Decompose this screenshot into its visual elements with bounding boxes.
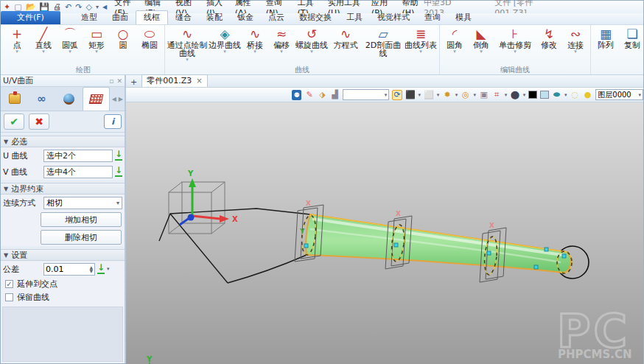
regen-icon[interactable]: ◇ — [86, 3, 92, 11]
v-curve-field[interactable]: 选中4个 — [43, 166, 113, 178]
new-tab-icon[interactable]: + — [130, 77, 137, 87]
tab-tools[interactable]: 工具 — [339, 11, 370, 24]
new-file-icon[interactable]: ▢ — [14, 3, 21, 11]
arc-button[interactable]: ⌒圆弧 — [57, 26, 83, 55]
bridge-button[interactable]: ∿桥接 — [242, 26, 268, 55]
dock-icon[interactable]: ▫ — [109, 77, 113, 85]
tab-dataexchange[interactable]: 数据交换 — [292, 11, 339, 24]
export-view-icon[interactable]: ⬗ — [318, 90, 327, 100]
save-icon[interactable]: 💾 — [39, 3, 49, 11]
tab-pointcloud[interactable]: 点云 — [261, 11, 292, 24]
bookmark-icon[interactable]: ⌗ — [491, 90, 501, 100]
collapse-triangle-icon[interactable]: ▼ — [4, 252, 8, 259]
collapse-triangle-icon[interactable]: ▼ — [4, 139, 8, 145]
tab-scroll-left-icon[interactable]: ◀ — [112, 96, 116, 102]
modify-button[interactable]: ↯修改 — [536, 26, 562, 49]
open-file-icon[interactable]: 📂 — [26, 3, 36, 11]
undo-icon[interactable]: ↶ — [65, 3, 71, 11]
u-curve-pick-icon[interactable]: ↓ — [115, 150, 122, 161]
point-button[interactable]: +点 — [4, 26, 30, 55]
tolerance-pick-icon[interactable]: ↓ — [97, 264, 105, 274]
tab-inquire[interactable]: 查询 — [417, 11, 448, 24]
face-color-swatch[interactable] — [540, 91, 549, 99]
spiral-curve-button[interactable]: ↺螺旋曲线 — [295, 26, 329, 55]
file-menu-button[interactable]: 文件(F) — [1, 11, 60, 24]
layer-combo[interactable]: 图层0000▾ — [595, 89, 643, 100]
shaded-view-icon[interactable]: ⬛ — [405, 90, 416, 100]
extend-checkbox[interactable]: ✓ — [5, 280, 13, 288]
chevron-down-icon[interactable]: ▾ — [455, 92, 458, 98]
info-button[interactable]: i — [104, 114, 122, 129]
zoom-all-icon[interactable]: ◎ — [461, 90, 470, 100]
panel-empty-area — [2, 307, 123, 362]
tab-render[interactable] — [55, 87, 83, 111]
copy-button[interactable]: ❏复制 — [619, 26, 644, 49]
circle-button[interactable]: ○圆 — [110, 26, 136, 49]
view-orientation-icon[interactable]: ✹ — [442, 90, 452, 100]
tab-close-icon[interactable]: × — [196, 77, 202, 85]
line-button[interactable]: ╱直线 — [30, 26, 57, 55]
print-icon[interactable]: 🖨 — [53, 3, 61, 11]
tab-visualstyle[interactable]: 视觉样式 — [370, 11, 417, 24]
viewport-canvas[interactable]: PC PHPCMS.CN — [126, 102, 643, 363]
document-tab[interactable]: 零件001.Z3 × — [141, 74, 207, 87]
tab-mold[interactable]: 模具 — [448, 11, 479, 24]
background-icon[interactable]: ⬤ — [510, 90, 519, 100]
wireframe-view-icon[interactable]: ⬜ — [424, 90, 434, 100]
2d-section-curve-button[interactable]: ▱2D剖面曲线 — [363, 26, 404, 57]
equation-button[interactable]: ∿方程式 — [329, 26, 363, 49]
tab-history[interactable] — [1, 87, 28, 111]
curve-list-button[interactable]: ≣曲线列表 — [404, 26, 438, 55]
cancel-button[interactable]: ✖ — [29, 113, 49, 130]
tab-scroll-right-icon[interactable]: ▶ — [119, 96, 123, 102]
offset-button[interactable]: ≈偏移 — [268, 26, 295, 55]
chevron-down-icon[interactable]: ▾ — [523, 92, 526, 98]
tolerance-spinner[interactable]: 0.01▲▼ — [43, 263, 95, 276]
u-curve-field[interactable]: 选中2个 — [43, 150, 113, 162]
show-entity-icon[interactable]: ⚉ — [292, 90, 301, 100]
panel-close-icon[interactable]: ✕ — [116, 77, 122, 85]
tab-sew[interactable]: 缝合 — [168, 11, 199, 24]
curve-through-points-button[interactable]: ∿通过点绘制曲线 — [167, 26, 208, 63]
chevron-down-icon[interactable]: ▾ — [564, 92, 567, 98]
tab-surface[interactable]: 曲面 — [105, 11, 136, 24]
collapse-icon[interactable]: ◀ — [102, 3, 107, 11]
add-tangent-button[interactable]: 增加相切 — [41, 212, 122, 227]
chevron-down-icon[interactable]: ▾ — [419, 92, 421, 98]
erase-icon[interactable]: ✎ — [304, 90, 314, 100]
tab-wireframe[interactable]: 线框 — [136, 10, 168, 24]
pattern-button[interactable]: ▦阵列 — [592, 26, 619, 49]
ok-button[interactable]: ✔ — [4, 113, 24, 130]
window-zoom-icon[interactable]: ▣ — [479, 90, 489, 100]
chevron-down-icon[interactable]: ▾ — [505, 92, 508, 98]
ellipse-button[interactable]: ⬭椭圆 — [136, 26, 163, 49]
tab-shape[interactable]: 造型 — [74, 11, 105, 24]
lightbulb-icon[interactable]: ◌ — [570, 90, 580, 100]
edge-color-swatch[interactable] — [528, 91, 537, 99]
chevron-down-icon: ▾ — [638, 92, 641, 98]
rectangle-button[interactable]: ▭矩形 — [83, 26, 110, 55]
view-combo[interactable]: ▾ — [343, 89, 389, 100]
v-curve-pick-icon[interactable]: ↓ — [115, 167, 122, 177]
redo-icon[interactable]: ↷ — [75, 3, 82, 11]
tolerance-dropdown-icon[interactable]: ▾ — [107, 266, 110, 272]
tab-assembly[interactable]: 装配 — [199, 11, 230, 24]
chevron-down-icon[interactable]: ▾ — [437, 92, 440, 98]
connect-button[interactable]: ∾连接 — [562, 26, 589, 55]
fillet-button[interactable]: ◜圆角 — [441, 26, 468, 55]
qat-dropdown-icon[interactable]: ▾ — [96, 3, 99, 11]
tab-sheetmetal[interactable]: 钣金 — [230, 11, 261, 24]
collapse-triangle-icon[interactable]: ▼ — [4, 186, 8, 192]
chevron-down-icon[interactable]: ▾ — [474, 92, 477, 98]
continuity-combo[interactable]: 相切▾ — [43, 197, 122, 209]
surface-color-icon[interactable]: ⬬ — [552, 90, 561, 100]
remove-tangent-button[interactable]: 删除相切 — [41, 230, 122, 245]
rotate-view-icon[interactable]: ⟳ — [392, 90, 402, 100]
chamfer-button[interactable]: ◣倒角 — [468, 26, 494, 55]
tab-uv-surface[interactable] — [83, 87, 110, 111]
stats-icon[interactable]: ▟ — [330, 90, 340, 100]
keep-curves-checkbox[interactable] — [5, 293, 13, 301]
trim-button[interactable]: ⊦单击修剪 — [494, 26, 536, 55]
tab-visibility[interactable]: ∞ — [28, 87, 55, 111]
boundary-curve-button[interactable]: ◈边界曲线 — [208, 26, 242, 55]
